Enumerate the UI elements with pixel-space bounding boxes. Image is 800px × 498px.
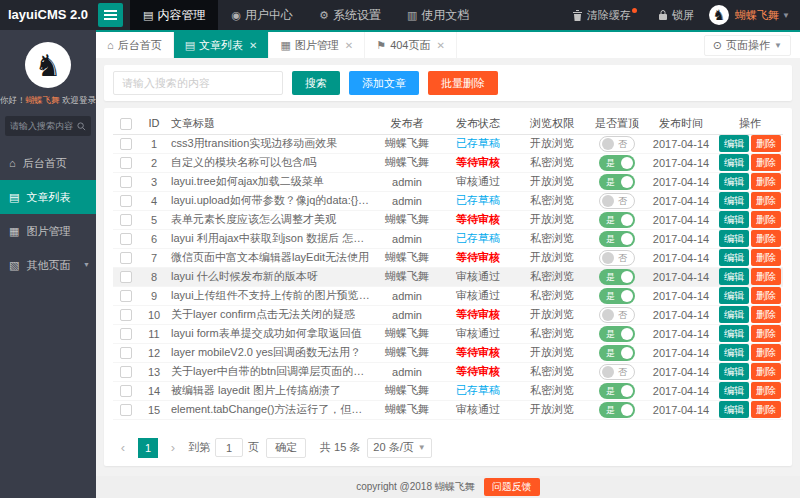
- delete-button[interactable]: 删除: [751, 154, 781, 171]
- sidebar-toggle-button[interactable]: [98, 3, 123, 27]
- nav-item-docs[interactable]: ▥ 使用文档: [394, 0, 482, 30]
- delete-button[interactable]: 删除: [751, 249, 781, 266]
- delete-button[interactable]: 删除: [751, 382, 781, 399]
- row-checkbox[interactable]: [120, 404, 132, 416]
- feedback-button[interactable]: 问题反馈: [484, 478, 540, 496]
- row-checkbox[interactable]: [120, 138, 132, 150]
- top-toggle[interactable]: 是: [599, 345, 635, 361]
- sidebar-item-images[interactable]: ▦ 图片管理: [0, 214, 96, 248]
- tab-image-management[interactable]: ▦ 图片管理 ✕: [269, 32, 365, 58]
- row-checkbox[interactable]: [120, 233, 132, 245]
- add-article-button[interactable]: 添加文章: [349, 71, 419, 95]
- jump-page-input[interactable]: [215, 438, 243, 457]
- delete-button[interactable]: 删除: [751, 287, 781, 304]
- top-toggle[interactable]: 是: [599, 155, 635, 171]
- target-icon: ⊙: [713, 39, 722, 52]
- row-checkbox[interactable]: [120, 385, 132, 397]
- edit-button[interactable]: 编辑: [719, 249, 749, 266]
- tab-dashboard[interactable]: ⌂ 后台首页: [96, 32, 174, 58]
- row-checkbox[interactable]: [120, 157, 132, 169]
- nav-item-user-center[interactable]: ◉ 用户中心: [218, 0, 306, 30]
- top-toggle[interactable]: 否: [599, 307, 635, 323]
- edit-button[interactable]: 编辑: [719, 211, 749, 228]
- edit-button[interactable]: 编辑: [719, 382, 749, 399]
- top-toggle[interactable]: 是: [599, 212, 635, 228]
- top-toggle[interactable]: 是: [599, 174, 635, 190]
- jump-confirm-button[interactable]: 确定: [266, 438, 306, 458]
- delete-button[interactable]: 删除: [751, 192, 781, 209]
- close-icon[interactable]: ✕: [436, 40, 444, 51]
- tab-404-page[interactable]: ⚑ 404页面 ✕: [365, 32, 457, 58]
- edit-button[interactable]: 编辑: [719, 287, 749, 304]
- user-avatar[interactable]: ♞: [709, 5, 729, 25]
- sidebar-item-articles[interactable]: ▤ 文章列表: [0, 180, 96, 214]
- row-checkbox[interactable]: [120, 366, 132, 378]
- sidebar-item-dashboard[interactable]: ⌂ 后台首页: [0, 146, 96, 180]
- select-all-checkbox[interactable]: [120, 118, 132, 130]
- clear-cache-button[interactable]: 清除缓存: [563, 8, 649, 23]
- row-checkbox[interactable]: [120, 214, 132, 226]
- edit-button[interactable]: 编辑: [719, 401, 749, 418]
- row-checkbox[interactable]: [120, 309, 132, 321]
- close-icon[interactable]: ✕: [249, 40, 257, 51]
- delete-button[interactable]: 删除: [751, 306, 781, 323]
- sidebar-item-other-pages[interactable]: ▧ 其他页面 ▼: [0, 248, 96, 282]
- delete-button[interactable]: 删除: [751, 173, 781, 190]
- top-toggle[interactable]: 否: [599, 250, 635, 266]
- search-input[interactable]: [113, 71, 283, 95]
- delete-button[interactable]: 删除: [751, 363, 781, 380]
- edit-button[interactable]: 编辑: [719, 230, 749, 247]
- tab-article-list[interactable]: ▤ 文章列表 ✕: [174, 32, 270, 58]
- top-toggle[interactable]: 否: [599, 364, 635, 380]
- article-table: ID 文章标题 发布者 发布状态 浏览权限 是否置顶 发布时间 操作 1css3…: [113, 113, 783, 420]
- header-username[interactable]: 蝴蝶飞舞: [729, 8, 782, 23]
- row-checkbox[interactable]: [120, 252, 132, 264]
- close-icon[interactable]: ✕: [345, 40, 353, 51]
- top-toggle[interactable]: 是: [599, 383, 635, 399]
- edit-button[interactable]: 编辑: [719, 154, 749, 171]
- edit-button[interactable]: 编辑: [719, 344, 749, 361]
- edit-button[interactable]: 编辑: [719, 325, 749, 342]
- top-toggle[interactable]: 否: [599, 136, 635, 152]
- lock-screen-button[interactable]: 锁屏: [649, 8, 703, 23]
- page-size-select[interactable]: 20 条/页 ▼: [367, 438, 431, 458]
- current-page[interactable]: 1: [138, 438, 158, 458]
- row-checkbox[interactable]: [120, 347, 132, 359]
- row-checkbox[interactable]: [120, 176, 132, 188]
- top-toggle[interactable]: 是: [599, 402, 635, 418]
- nav-item-settings[interactable]: ⚙ 系统设置: [306, 0, 394, 30]
- delete-button[interactable]: 删除: [751, 211, 781, 228]
- delete-button[interactable]: 删除: [751, 135, 781, 152]
- delete-button[interactable]: 删除: [751, 325, 781, 342]
- top-toggle[interactable]: 是: [599, 269, 635, 285]
- row-checkbox[interactable]: [120, 271, 132, 283]
- batch-delete-button[interactable]: 批量删除: [428, 71, 498, 95]
- edit-button[interactable]: 编辑: [719, 363, 749, 380]
- row-checkbox[interactable]: [120, 290, 132, 302]
- edit-button[interactable]: 编辑: [719, 173, 749, 190]
- cell-top: 是: [589, 229, 645, 248]
- top-toggle[interactable]: 是: [599, 231, 635, 247]
- edit-button[interactable]: 编辑: [719, 135, 749, 152]
- sidebar-search-input[interactable]: [10, 121, 77, 131]
- sidebar-greeting: 你好！蝴蝶飞舞 欢迎登录: [0, 95, 96, 107]
- delete-button[interactable]: 删除: [751, 344, 781, 361]
- row-checkbox[interactable]: [120, 195, 132, 207]
- top-toggle[interactable]: 是: [599, 326, 635, 342]
- delete-button[interactable]: 删除: [751, 230, 781, 247]
- delete-button[interactable]: 删除: [751, 401, 781, 418]
- edit-button[interactable]: 编辑: [719, 306, 749, 323]
- cell-date: 2017-04-14: [645, 286, 717, 305]
- delete-button[interactable]: 删除: [751, 268, 781, 285]
- edit-button[interactable]: 编辑: [719, 268, 749, 285]
- top-toggle[interactable]: 是: [599, 288, 635, 304]
- edit-button[interactable]: 编辑: [719, 192, 749, 209]
- page-actions-dropdown[interactable]: ⊙ 页面操作 ▼: [704, 35, 791, 56]
- search-button[interactable]: 搜索: [292, 71, 340, 95]
- nav-item-content[interactable]: ▤ 内容管理: [130, 0, 218, 30]
- row-checkbox[interactable]: [120, 328, 132, 340]
- prev-page-button[interactable]: ‹: [113, 438, 133, 458]
- next-page-button[interactable]: ›: [163, 438, 183, 458]
- app-logo[interactable]: layuiCMS 2.0: [0, 0, 96, 30]
- top-toggle[interactable]: 否: [599, 193, 635, 209]
